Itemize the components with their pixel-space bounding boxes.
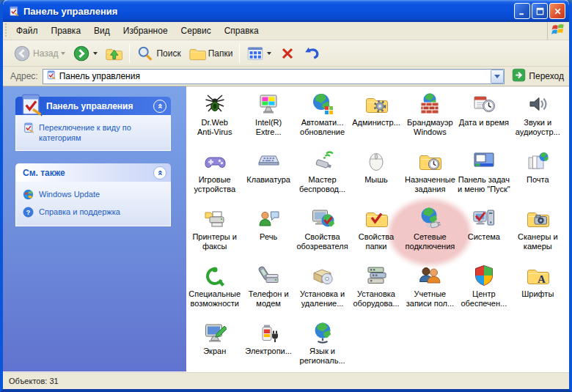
menu-bar: ФайлПравкаВидИзбранноеСервисСправка [3,22,569,40]
control-panel-item-label: Телефон и модем [249,289,289,308]
control-panel-item[interactable]: Дата и время [457,89,510,147]
control-panel-item[interactable]: Экран [188,318,241,371]
control-panel-item[interactable]: AШрифты [511,261,565,318]
add-remove-programs-icon [311,264,334,287]
chevron-down-icon [61,52,65,55]
control-panel-item[interactable]: Речь [241,204,295,261]
control-panel-item[interactable]: Установка и удаление... [296,261,349,318]
go-button[interactable]: Переход [509,67,567,86]
minimize-button[interactable] [514,3,530,19]
chevron-down-icon [93,52,98,55]
control-panel-item[interactable]: Почта [511,147,565,204]
folders-button[interactable]: Папки [185,42,237,64]
forward-button[interactable] [69,42,101,64]
close-icon [552,6,563,17]
delete-button[interactable] [275,42,300,64]
taskbar-startmenu-icon [472,149,496,173]
title-bar[interactable]: Панель управления [3,0,569,22]
control-panel-item-label: Центр обеспечен... [461,289,507,308]
views-icon [246,45,264,62]
control-panel-large-icon [17,92,44,119]
add-hardware-icon [364,264,388,287]
folders-icon [188,45,206,62]
menu-item-справка[interactable]: Справка [218,23,265,38]
control-panel-item-label: Система [468,232,500,242]
maximize-button[interactable] [532,3,548,19]
windows-update-icon [22,188,34,201]
printers-faxes-icon [203,207,227,230]
up-button[interactable] [101,42,126,64]
regional-language-icon [311,321,334,344]
menu-item-файл[interactable]: Файл [10,23,45,38]
forward-icon [73,45,90,62]
control-panel-item[interactable]: Установка оборудова... [349,261,403,318]
address-dropdown-button[interactable] [491,70,504,84]
address-input[interactable]: Панель управления [43,69,505,84]
control-panel-item[interactable]: Звуки и аудиоустр... [511,89,565,147]
control-panel-item[interactable]: Сетевые подключения [403,204,457,261]
control-panel-item[interactable]: Специальные возможности [188,261,241,318]
undo-button[interactable] [300,42,325,64]
control-panel-item-label: Экран [203,347,226,356]
control-panel-item[interactable]: Центр обеспечен... [457,261,510,318]
control-panel-item[interactable]: Dr.Web Anti-Virus [188,89,241,147]
menubar-grip[interactable] [4,23,9,38]
control-panel-item[interactable]: Учетные записи пол... [403,261,457,318]
network-connections-icon [418,207,441,230]
control-panel-item[interactable]: Система [457,204,510,261]
control-panel-icon [45,70,56,81]
back-button[interactable]: Назад [10,42,69,64]
control-panel-item[interactable]: Клавиатура [241,147,295,204]
control-panel-item[interactable]: Игровые устройства [188,147,241,204]
task-link-label: Переключение к виду по категориям [39,122,164,143]
scanners-cameras-icon [526,207,549,230]
automatic-updates-icon [311,92,334,116]
control-panel-item-label: Свойства папки [359,232,394,251]
control-panel-item[interactable]: Принтеры и факсы [188,204,241,261]
close-button[interactable] [549,3,565,19]
go-icon [512,68,526,82]
menu-item-избранное[interactable]: Избранное [117,23,175,38]
wireless-wizard-icon [311,149,334,173]
search-button[interactable]: Поиск [133,42,184,64]
toolbar-button-label: Поиск [156,48,180,59]
control-panel-item[interactable]: Администр... [349,89,403,147]
control-panel-item[interactable]: Телефон и модем [241,261,295,318]
control-panel-item[interactable]: Брандмауэр Windows [403,89,457,147]
control-panel-item-label: Шрифты [521,289,554,299]
control-panel-item[interactable]: Свойства обозревателя [296,204,349,261]
minimize-icon [517,6,528,17]
task-link[interactable]: Переключение к виду по категориям [22,122,164,143]
control-panel-item[interactable]: Язык и региональ... [296,318,349,371]
control-panel-items-grid: Dr.Web Anti-VirusIntel(R) Extre...Автома… [186,86,569,371]
collapse-panel-button[interactable] [153,100,166,113]
control-panel-item-label: Установка оборудова... [353,289,399,308]
task-link[interactable]: Windows Update [22,189,164,201]
control-panel-item[interactable]: Панель задач и меню "Пуск" [457,147,510,204]
control-panel-item-label: Панель задач и меню "Пуск" [458,175,510,194]
menu-item-вид[interactable]: Вид [87,23,117,38]
phone-modem-icon [257,264,280,287]
control-panel-item[interactable]: Мастер беспровод... [296,147,349,204]
control-panel-item[interactable]: Электропи... [241,318,295,371]
chevron-down-icon [267,52,271,55]
drweb-spider-icon [203,92,227,116]
control-panel-item-label: Свойства обозревателя [296,232,348,251]
control-panel-item-label: Дата и время [459,118,509,127]
menu-item-сервис[interactable]: Сервис [175,23,218,38]
task-panel-header[interactable]: См. также [15,163,171,182]
task-link[interactable]: ?Справка и поддержка [22,207,164,218]
control-panel-item[interactable]: Intel(R) Extre... [241,89,295,147]
control-panel-item[interactable]: Сканеры и камеры [511,204,565,261]
control-panel-item[interactable]: Назначенные задания [403,147,457,204]
collapse-panel-button[interactable] [153,166,166,180]
task-pane-sidebar: Панель управленияПереключение к виду по … [3,86,186,371]
control-panel-item[interactable]: Мышь [349,147,403,204]
control-panel-item-label: Назначенные задания [405,175,455,194]
task-panel-body: Переключение к виду по категориям [15,115,171,151]
views-button[interactable] [243,42,275,64]
control-panel-icon [7,5,20,18]
control-panel-item[interactable]: Автомати... обновление [296,89,349,147]
control-panel-item-label: Принтеры и факсы [192,232,237,251]
menu-item-правка[interactable]: Правка [45,23,88,38]
